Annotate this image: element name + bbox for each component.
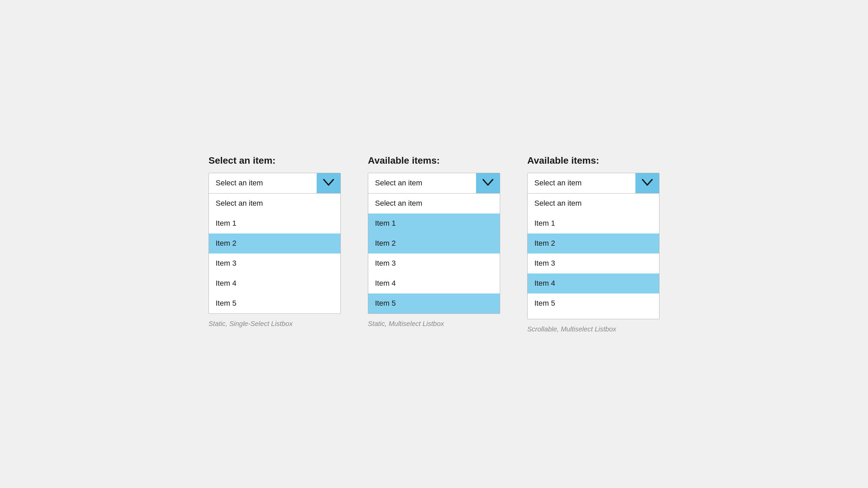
chevron-down-icon xyxy=(323,178,334,188)
list-item[interactable]: Item 1 xyxy=(528,214,659,233)
list-item[interactable]: Item 4 xyxy=(209,273,340,293)
listbox-items-single-select: Select an itemItem 1Item 2Item 3Item 4It… xyxy=(209,194,340,313)
listbox-wrapper-single-select: Select an itemSelect an itemItem 1Item 2… xyxy=(209,173,341,314)
list-item[interactable]: Item 1 xyxy=(368,214,500,233)
dropdown-chevron-single-select[interactable] xyxy=(317,173,340,193)
list-item[interactable]: Item 4 xyxy=(368,273,500,293)
list-item[interactable]: Item 3 xyxy=(528,253,659,273)
section-title-multi-select-scrollable: Available items: xyxy=(527,155,659,166)
list-item[interactable]: Item 4 xyxy=(528,273,659,293)
dropdown-header-single-select[interactable]: Select an item xyxy=(209,173,340,194)
list-item[interactable]: Item 2 xyxy=(528,233,659,253)
list-item[interactable]: Item 5 xyxy=(368,293,500,313)
dropdown-label-single-select: Select an item xyxy=(209,173,317,193)
listbox-items-multi-select-static: Select an itemItem 1Item 2Item 3Item 4It… xyxy=(368,194,500,313)
dropdown-label-multi-select-static: Select an item xyxy=(368,173,476,193)
list-item[interactable]: Select an item xyxy=(209,194,340,214)
section-multi-select-scrollable: Available items:Select an itemSelect an … xyxy=(527,155,659,333)
list-item[interactable]: Item 5 xyxy=(528,293,659,313)
list-item[interactable]: Item 2 xyxy=(209,233,340,253)
list-item[interactable]: Select an item xyxy=(368,194,500,214)
listbox-items-multi-select-scrollable: Select an itemItem 1Item 2Item 3Item 4It… xyxy=(528,194,659,319)
chevron-down-icon xyxy=(642,178,653,188)
dropdown-header-multi-select-scrollable[interactable]: Select an item xyxy=(528,173,659,194)
section-caption-multi-select-static: Static, Multiselect Listbox xyxy=(368,320,500,328)
list-item[interactable]: Item 5 xyxy=(209,293,340,313)
list-item[interactable]: Item 1 xyxy=(209,214,340,233)
dropdown-label-multi-select-scrollable: Select an item xyxy=(528,173,635,193)
list-item[interactable]: Select an item xyxy=(528,194,659,214)
section-caption-multi-select-scrollable: Scrollable, Multiselect Listbox xyxy=(527,325,659,333)
chevron-down-icon xyxy=(482,178,493,188)
section-title-multi-select-static: Available items: xyxy=(368,155,500,166)
list-item[interactable]: Item 6 xyxy=(528,313,659,319)
dropdown-chevron-multi-select-scrollable[interactable] xyxy=(635,173,659,193)
list-item[interactable]: Item 3 xyxy=(209,253,340,273)
dropdown-header-multi-select-static[interactable]: Select an item xyxy=(368,173,500,194)
section-multi-select-static: Available items:Select an itemSelect an … xyxy=(368,155,500,328)
page-container: Select an item:Select an itemSelect an i… xyxy=(209,155,659,333)
section-single-select: Select an item:Select an itemSelect an i… xyxy=(209,155,341,328)
dropdown-chevron-multi-select-static[interactable] xyxy=(476,173,500,193)
list-item[interactable]: Item 2 xyxy=(368,233,500,253)
section-caption-single-select: Static, Single-Select Listbox xyxy=(209,320,341,328)
list-item[interactable]: Item 3 xyxy=(368,253,500,273)
section-title-single-select: Select an item: xyxy=(209,155,341,166)
listbox-wrapper-multi-select-scrollable: Select an itemSelect an itemItem 1Item 2… xyxy=(527,173,659,319)
listbox-wrapper-multi-select-static: Select an itemSelect an itemItem 1Item 2… xyxy=(368,173,500,314)
